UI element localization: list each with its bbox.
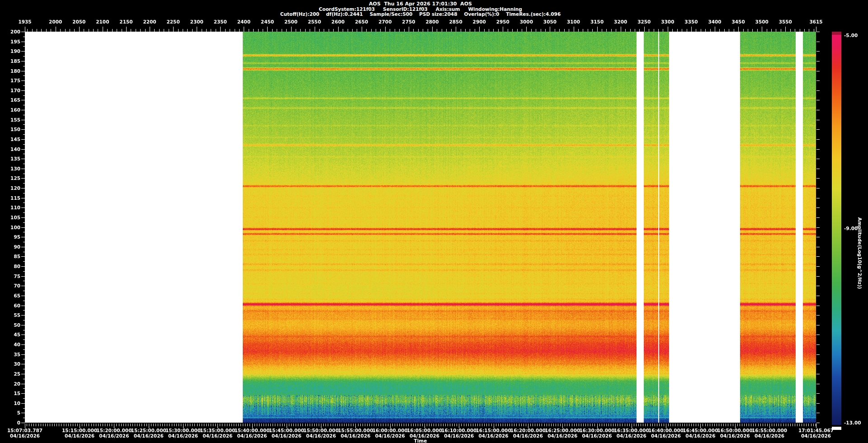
top-axis-label: 2850: [449, 19, 462, 24]
top-axis-label: 2550: [308, 19, 321, 24]
bottom-date-label: 04/16/2026: [582, 434, 612, 438]
left-axis-label: 190: [4, 49, 20, 54]
bottom-date-label: 04/16/2026: [10, 434, 40, 438]
bottom-time-label: 16:30:00.000: [579, 428, 614, 433]
left-axis-label: 60: [4, 303, 20, 308]
colorbar-axis-title: Amplitude(Log10(g^2/Hz)): [857, 217, 863, 289]
bottom-time-label: 15:55:00.000: [338, 428, 373, 433]
top-axis-label: 2950: [496, 19, 509, 24]
left-axis-label: 165: [4, 98, 20, 103]
left-axis-label: 185: [4, 59, 20, 64]
left-axis-label: 135: [4, 156, 20, 161]
top-axis-label: 2400: [237, 19, 250, 24]
colorbar-nodata-swatch: [832, 427, 841, 430]
left-axis-label: 45: [4, 332, 20, 337]
aos-spectrogram-screen: AOS Thu 16 Apr 2026 17:01:30 AOS CoordSy…: [0, 0, 868, 443]
top-axis-label: 3615: [809, 19, 822, 24]
left-axis-label: 85: [4, 254, 20, 259]
top-axis-label: 3550: [779, 19, 792, 24]
left-axis-label: 10: [4, 401, 20, 406]
colorbar: [832, 32, 841, 425]
top-axis-label: 3500: [755, 19, 769, 24]
left-axis-label: 50: [4, 323, 20, 328]
bottom-date-label: 04/16/2026: [306, 434, 336, 438]
top-axis-label: 2750: [402, 19, 415, 24]
bottom-date-label: 04/16/2026: [685, 434, 715, 438]
left-axis-label: 150: [4, 127, 20, 132]
top-axis-label: 3450: [732, 19, 745, 24]
bottom-time-label: 16:10:00.000: [441, 428, 476, 433]
bottom-date-label: 04/16/2026: [479, 434, 509, 438]
bottom-date-label: 04/16/2026: [272, 434, 302, 438]
top-axis-label: 3350: [684, 19, 698, 24]
top-axis-label: 2350: [214, 19, 227, 24]
bottom-date-label: 04/16/2026: [444, 434, 474, 438]
left-axis-label: 155: [4, 118, 20, 123]
top-axis-label: 3250: [637, 19, 651, 24]
bottom-time-label: 16:20:00.000: [510, 428, 546, 433]
top-axis-label: 2250: [167, 19, 180, 24]
left-axis-label: 40: [4, 342, 20, 347]
bottom-time-label: 15:30:00.000: [165, 428, 201, 433]
bottom-date-label: 04/16/2026: [375, 434, 405, 438]
left-axis-label: 115: [4, 196, 20, 201]
bottom-date-label: 04/16/2026: [617, 434, 646, 438]
left-axis-label: 145: [4, 137, 20, 142]
left-axis-label: 100: [4, 225, 20, 230]
time-axis-title: Time: [414, 438, 427, 443]
top-axis-label: 1935: [18, 19, 31, 24]
top-axis-label: 3150: [590, 19, 604, 24]
left-axis-label: 20: [4, 382, 20, 386]
left-axis-label: 170: [4, 88, 20, 93]
bottom-time-label: 16:15:00.000: [476, 428, 511, 433]
bottom-time-label: 17:01:45.067: [798, 428, 834, 433]
top-axis-label: 2200: [143, 19, 156, 24]
left-axis-label: 125: [4, 176, 20, 181]
bottom-date-label: 04/16/2026: [237, 434, 267, 438]
bottom-time-label: 15:07:03.787: [7, 428, 42, 433]
top-axis-label: 2050: [72, 19, 85, 24]
left-axis-label: 35: [4, 352, 20, 357]
top-axis-label: 2900: [473, 19, 486, 24]
bottom-date-label: 04/16/2026: [340, 434, 370, 438]
left-axis-label: 180: [4, 69, 20, 74]
bottom-time-label: 15:50:00.000: [303, 428, 339, 433]
top-axis-label: 2450: [261, 19, 274, 24]
bottom-time-label: 16:50:00.000: [717, 428, 753, 433]
bottom-time-label: 15:15:00.000: [62, 428, 97, 433]
left-axis-label: 65: [4, 293, 20, 298]
top-axis-label: 3050: [543, 19, 557, 24]
top-axis-label: 3400: [708, 19, 721, 24]
colorbar-top-cap: [832, 32, 841, 35]
left-axis-label: 95: [4, 235, 20, 240]
bottom-date-label: 04/16/2026: [134, 434, 164, 438]
colorbar-tick-min: -13.00: [844, 420, 861, 425]
top-axis-label: 2650: [355, 19, 368, 24]
colorbar-tick-mid: -9.00: [844, 226, 858, 231]
bottom-time-label: 15:45:00.000: [269, 428, 304, 433]
bottom-time-label: 16:05:00.000: [407, 428, 442, 433]
bottom-date-label: 04/16/2026: [547, 434, 577, 438]
bottom-time-label: 16:25:00.000: [545, 428, 580, 433]
bottom-date-label: 04/16/2026: [168, 434, 198, 438]
axes-ticks-canvas: [0, 0, 868, 443]
left-axis-label: 160: [4, 108, 20, 113]
bottom-date-label: 04/16/2026: [801, 434, 831, 438]
top-axis-label: 2000: [49, 19, 62, 24]
left-axis-label: 75: [4, 274, 20, 279]
left-axis-label: 55: [4, 313, 20, 318]
left-axis-label: 15: [4, 391, 20, 396]
left-axis-label: 25: [4, 372, 20, 377]
top-axis-label: 2700: [378, 19, 392, 24]
left-axis-label: 195: [4, 39, 20, 44]
top-axis-label: 2500: [284, 19, 297, 24]
left-axis-label: 70: [4, 283, 20, 288]
left-axis-label: 130: [4, 166, 20, 171]
bottom-time-label: 16:45:00.000: [683, 428, 718, 433]
bottom-time-label: 16:35:00.000: [614, 428, 649, 433]
bottom-time-label: 15:40:00.000: [234, 428, 269, 433]
left-axis-label: 140: [4, 147, 20, 152]
bottom-time-label: 15:25:00.000: [131, 428, 166, 433]
top-axis-label: 2800: [425, 19, 439, 24]
left-axis-label: 120: [4, 186, 20, 191]
